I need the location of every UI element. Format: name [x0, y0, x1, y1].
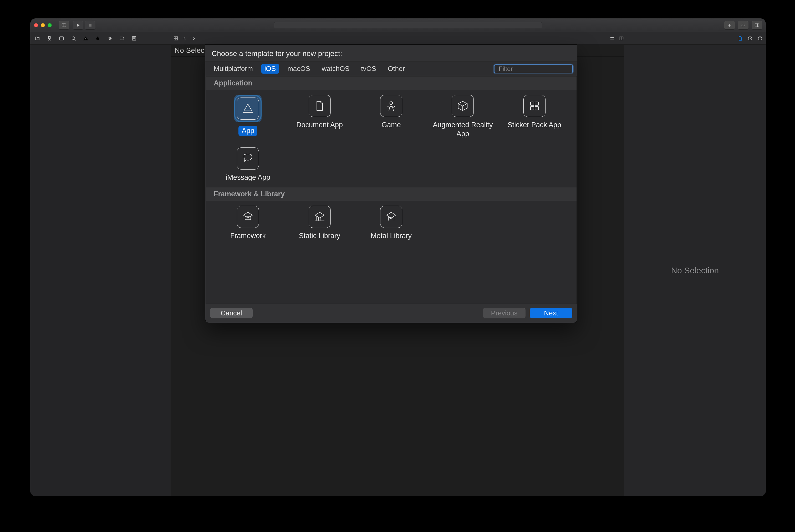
tab-ios[interactable]: iOS: [261, 64, 279, 74]
game-icon: [380, 95, 402, 117]
breakpoint-navigator-icon[interactable]: [119, 36, 125, 41]
template-label: Metal Library: [371, 232, 412, 241]
platform-tabs: Multiplatform iOS macOS watchOS tvOS Oth…: [205, 61, 577, 76]
svg-marker-17: [96, 36, 100, 40]
toggle-navigator-button[interactable]: [59, 21, 69, 30]
template-metal-library[interactable]: Metal Library: [356, 206, 427, 241]
adjust-editor-options-icon[interactable]: [610, 36, 615, 41]
svg-line-41: [393, 106, 395, 108]
tab-other[interactable]: Other: [385, 64, 408, 74]
run-button[interactable]: [73, 21, 83, 30]
filter-input[interactable]: [499, 65, 577, 73]
go-forward-icon[interactable]: [191, 36, 196, 41]
add-editor-icon[interactable]: [619, 36, 624, 41]
svg-rect-6: [755, 24, 759, 27]
app-store-icon: [237, 97, 259, 119]
file-inspector-icon[interactable]: [737, 36, 743, 41]
close-window-button[interactable]: [34, 23, 38, 27]
sidebar-right-icon: [754, 23, 759, 28]
svg-rect-19: [132, 36, 136, 40]
svg-rect-45: [535, 102, 538, 106]
issue-navigator-icon[interactable]: [83, 36, 89, 41]
titlebar: [30, 18, 766, 32]
toggle-inspectors-button[interactable]: [752, 21, 762, 30]
zoom-window-button[interactable]: [48, 23, 52, 27]
ar-cube-icon: [452, 95, 474, 117]
related-items-icon[interactable]: [173, 36, 178, 41]
go-back-icon[interactable]: [182, 36, 187, 41]
svg-marker-2: [77, 24, 80, 27]
svg-rect-46: [531, 107, 534, 110]
xcode-window: No Selection No Selection Choose a templ…: [30, 18, 766, 496]
template-list: Application App Document App: [206, 76, 577, 304]
activity-view: [274, 22, 542, 28]
history-inspector-icon[interactable]: [747, 36, 753, 41]
template-framework[interactable]: Framework: [212, 206, 284, 241]
symbol-navigator-icon[interactable]: [59, 36, 64, 41]
tab-tvos[interactable]: tvOS: [358, 64, 379, 74]
svg-rect-11: [60, 37, 64, 40]
cancel-button[interactable]: Cancel: [210, 308, 253, 318]
grid-4-icon: [524, 95, 546, 117]
quick-help-inspector-icon[interactable]: [757, 36, 763, 41]
svg-rect-25: [176, 38, 178, 40]
next-button[interactable]: Next: [530, 308, 572, 318]
navigator-tab-bar: [30, 32, 766, 45]
template-app[interactable]: App: [212, 95, 284, 138]
template-augmented-reality-app[interactable]: Augmented Reality App: [427, 95, 498, 138]
template-imessage-app[interactable]: iMessage App: [212, 148, 284, 182]
source-control-navigator-icon[interactable]: [46, 36, 52, 41]
tab-multiplatform[interactable]: Multiplatform: [211, 64, 256, 74]
template-label: Static Library: [299, 232, 340, 241]
tab-macos[interactable]: macOS: [284, 64, 314, 74]
template-static-library[interactable]: Static Library: [284, 206, 355, 241]
navigator-pane: [30, 45, 171, 496]
svg-marker-48: [243, 212, 253, 218]
debug-navigator-icon[interactable]: [107, 36, 113, 41]
template-sticker-pack-app[interactable]: Sticker Pack App: [499, 95, 570, 138]
section-header-application: Application: [206, 76, 576, 90]
svg-marker-37: [244, 104, 252, 111]
sidebar-left-icon: [61, 23, 67, 28]
document-icon: [309, 95, 331, 117]
template-label: App: [239, 126, 258, 136]
template-label: Framework: [230, 232, 266, 241]
svg-rect-44: [531, 102, 534, 106]
stop-icon: [88, 23, 93, 28]
inspector-placeholder-text: No Selection: [671, 266, 719, 276]
sheet-footer: Cancel Previous Next: [205, 304, 577, 323]
svg-line-14: [74, 39, 75, 40]
template-label: Augmented Reality App: [427, 121, 498, 138]
section-header-framework: Framework & Library: [206, 187, 576, 201]
play-icon: [75, 23, 81, 28]
minimize-window-button[interactable]: [41, 23, 45, 27]
svg-rect-24: [174, 38, 176, 40]
library-icon: [309, 206, 331, 228]
test-navigator-icon[interactable]: [95, 36, 101, 41]
template-label: Document App: [296, 121, 343, 130]
toolbox-icon: [237, 206, 259, 228]
template-game[interactable]: Game: [356, 95, 427, 138]
svg-marker-57: [387, 212, 396, 218]
library-button[interactable]: [724, 21, 735, 30]
stop-button[interactable]: [85, 21, 95, 30]
template-document-app[interactable]: Document App: [284, 95, 355, 138]
project-navigator-icon[interactable]: [34, 36, 40, 41]
arrows-left-right-icon: [741, 23, 746, 28]
previous-button[interactable]: Previous: [483, 308, 526, 318]
report-navigator-icon[interactable]: [131, 36, 137, 41]
find-navigator-icon[interactable]: [71, 36, 76, 41]
metal-m-icon: [380, 206, 402, 228]
filter-field[interactable]: [494, 64, 573, 73]
svg-rect-3: [89, 24, 92, 26]
template-label: iMessage App: [226, 173, 270, 182]
code-review-button[interactable]: [738, 21, 749, 30]
svg-rect-23: [176, 37, 178, 38]
tab-watchos[interactable]: watchOS: [319, 64, 353, 74]
template-label: Game: [381, 121, 401, 130]
sheet-title: Choose a template for your new project:: [205, 45, 577, 61]
new-project-sheet: Choose a template for your new project: …: [205, 45, 577, 323]
svg-rect-22: [174, 37, 176, 38]
svg-point-18: [109, 38, 111, 40]
chat-bubble-icon: [237, 148, 259, 170]
